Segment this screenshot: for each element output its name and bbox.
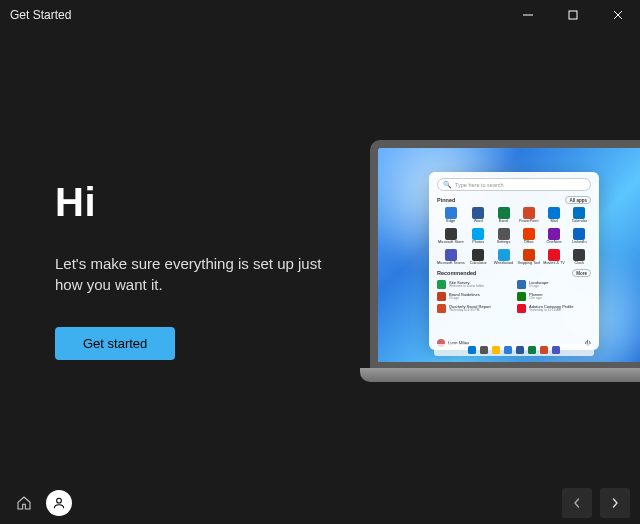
recommended-icon [517,304,526,313]
taskbar-illustration [434,344,594,356]
recommended-subtitle: Yesterday at 11:13 AM [529,309,573,313]
taskbar-icon [468,346,476,354]
app-name: Whiteboard [494,262,513,266]
welcome-text-block: Hi Let's make sure everything is set up … [55,180,325,360]
prev-button[interactable] [562,488,592,518]
pinned-app: OneNote [542,228,565,245]
recommended-subtitle: 12m ago [529,297,543,301]
app-name: Microsoft Teams [437,262,465,266]
pinned-app: Snipping Tool [517,249,540,266]
recommended-icon [517,280,526,289]
titlebar: Get Started [0,0,640,30]
app-icon [498,228,510,240]
pinned-app: Edge [437,207,465,224]
pinned-app: Calendar [568,207,591,224]
laptop-screen: 🔍 Type here to search Pinned All apps Ed… [370,140,640,368]
recommended-item: Brand Guidelines2h ago [437,292,511,301]
pinned-app: Excel [492,207,515,224]
minimize-button[interactable] [505,0,550,30]
app-name: LinkedIn [572,241,586,245]
search-icon: 🔍 [443,181,452,189]
app-icon [472,228,484,240]
content-area: Hi Let's make sure everything is set up … [0,30,640,482]
pinned-app: Word [467,207,490,224]
recommended-subtitle: 2h ago [449,297,480,301]
taskbar-icon [552,346,560,354]
pinned-app: Clock [568,249,591,266]
app-name: OneNote [546,241,561,245]
app-name: Mail [551,220,558,224]
recommended-icon [517,292,526,301]
recommended-icon [437,304,446,313]
app-icon [548,228,560,240]
app-name: Photos [472,241,484,245]
window-controls [505,0,640,30]
app-icon [445,249,457,261]
pinned-app: Photos [467,228,490,245]
home-button[interactable] [10,489,38,517]
taskbar-icon [492,346,500,354]
pinned-app: Whiteboard [492,249,515,266]
recommended-item: Landscape1h ago [517,280,591,289]
bottom-nav-left [10,489,72,517]
taskbar-icon [480,346,488,354]
app-name: Office [524,241,534,245]
bottom-nav-right [562,488,630,518]
app-icon [573,228,585,240]
recommended-subtitle: 1h ago [529,285,549,289]
app-icon [523,228,535,240]
start-menu-illustration: 🔍 Type here to search Pinned All apps Ed… [429,172,599,350]
start-search-placeholder: Type here to search [455,182,504,188]
pinned-app: Settings [492,228,515,245]
taskbar-icon [528,346,536,354]
pinned-app: Office [517,228,540,245]
app-icon [548,207,560,219]
recommended-item: Planner12m ago [517,292,591,301]
app-name: Clock [575,262,585,266]
recommended-icon [437,292,446,301]
taskbar-icon [516,346,524,354]
pinned-app: Movies & TV [542,249,565,266]
app-icon [523,207,535,219]
app-name: Snipping Tool [517,262,540,266]
pinned-app: Microsoft Teams [437,249,465,266]
app-name: Edge [446,220,455,224]
recommended-item: Site SurveyWelcome to a new folder [437,280,511,289]
next-button[interactable] [600,488,630,518]
recommended-icon [437,280,446,289]
pinned-header: Pinned All apps [437,196,591,204]
svg-point-1 [57,498,62,503]
pinned-app: LinkedIn [568,228,591,245]
app-icon [548,249,560,261]
pinned-app: PowerPoint [517,207,540,224]
close-button[interactable] [595,0,640,30]
account-button[interactable] [46,490,72,516]
maximize-button[interactable] [550,0,595,30]
recommended-subtitle: Yesterday at 4:35 PM [449,309,491,313]
app-icon [573,249,585,261]
app-name: PowerPoint [519,220,538,224]
pinned-label: Pinned [437,197,455,203]
app-name: Settings [497,241,511,245]
app-name: Microsoft Store [438,241,464,245]
more-pill: More [572,269,591,277]
recommended-subtitle: Welcome to a new folder [449,285,484,289]
recommended-label: Recommended [437,270,476,276]
app-icon [498,249,510,261]
app-icon [523,249,535,261]
pinned-app: Calculator [467,249,490,266]
app-name: Word [474,220,483,224]
pinned-app: Mail [542,207,565,224]
get-started-button[interactable]: Get started [55,327,175,360]
welcome-subtext: Let's make sure everything is set up jus… [55,253,325,295]
app-name: Excel [499,220,508,224]
taskbar-icon [504,346,512,354]
taskbar-icon [540,346,548,354]
all-apps-pill: All apps [565,196,591,204]
laptop-base [360,368,640,382]
welcome-heading: Hi [55,180,325,225]
app-name: Calendar [572,220,587,224]
app-name: Movies & TV [543,262,564,266]
app-icon [472,207,484,219]
app-icon [472,249,484,261]
